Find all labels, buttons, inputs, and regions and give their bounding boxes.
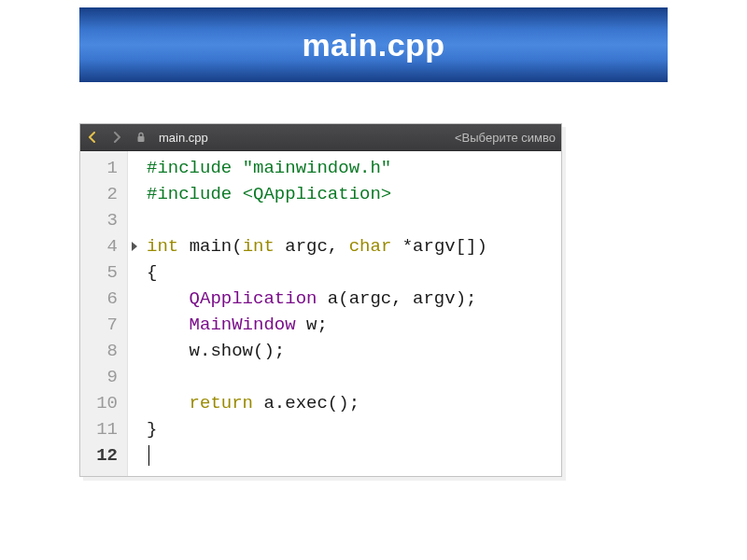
code-line[interactable]: {	[147, 259, 561, 286]
slide-title-text: main.cpp	[302, 27, 444, 63]
fold-marker	[128, 286, 141, 312]
nav-forward-icon[interactable]	[108, 129, 125, 146]
code-line[interactable]: }	[147, 416, 561, 442]
code-line[interactable]	[147, 364, 561, 390]
fold-marker	[128, 233, 141, 259]
symbol-picker[interactable]: Выберите симво	[455, 131, 556, 145]
fold-marker	[128, 259, 141, 286]
line-number-gutter: 123456789101112	[80, 151, 128, 476]
code-line[interactable]: #include "mainwindow.h"	[147, 155, 561, 181]
text-caret	[148, 445, 149, 466]
lock-icon[interactable]	[133, 129, 149, 146]
line-number: 3	[90, 207, 118, 233]
code-line[interactable]: return a.exec();	[147, 390, 561, 416]
editor-toolbar: main.cpp Выберите симво	[80, 124, 561, 151]
fold-triangle-icon[interactable]	[132, 242, 137, 251]
line-number: 1	[90, 155, 118, 181]
svg-rect-0	[138, 136, 145, 142]
line-number: 7	[90, 312, 118, 338]
line-number: 6	[90, 286, 118, 312]
code-text[interactable]: #include "mainwindow.h"#include <QApplic…	[141, 151, 561, 476]
code-line[interactable]: QApplication a(argc, argv);	[147, 286, 561, 312]
line-number: 5	[90, 259, 118, 286]
line-number: 9	[90, 364, 118, 390]
code-line[interactable]	[147, 207, 561, 233]
open-file-name: main.cpp	[159, 131, 208, 145]
code-line[interactable]: w.show();	[147, 338, 561, 364]
fold-marker	[128, 312, 141, 338]
code-line[interactable]: #include <QApplication>	[147, 181, 561, 207]
line-number: 11	[90, 416, 118, 442]
fold-gutter	[128, 151, 141, 476]
fold-marker	[128, 207, 141, 233]
line-number: 12	[90, 442, 118, 469]
line-number: 2	[90, 181, 118, 207]
fold-marker	[128, 442, 141, 469]
slide-title: main.cpp	[79, 7, 668, 82]
fold-marker	[128, 155, 141, 181]
code-editor: main.cpp Выберите симво 123456789101112 …	[79, 123, 562, 477]
line-number: 8	[90, 338, 118, 364]
code-line[interactable]: MainWindow w;	[147, 312, 561, 338]
code-line[interactable]	[147, 442, 561, 469]
fold-marker	[128, 416, 141, 442]
nav-back-icon[interactable]	[84, 129, 101, 146]
fold-marker	[128, 390, 141, 416]
fold-marker	[128, 181, 141, 207]
fold-marker	[128, 364, 141, 390]
line-number: 10	[90, 390, 118, 416]
code-area[interactable]: 123456789101112 #include "mainwindow.h"#…	[80, 151, 561, 476]
fold-marker	[128, 338, 141, 364]
code-line[interactable]: int main(int argc, char *argv[])	[147, 233, 561, 259]
line-number: 4	[90, 233, 118, 259]
